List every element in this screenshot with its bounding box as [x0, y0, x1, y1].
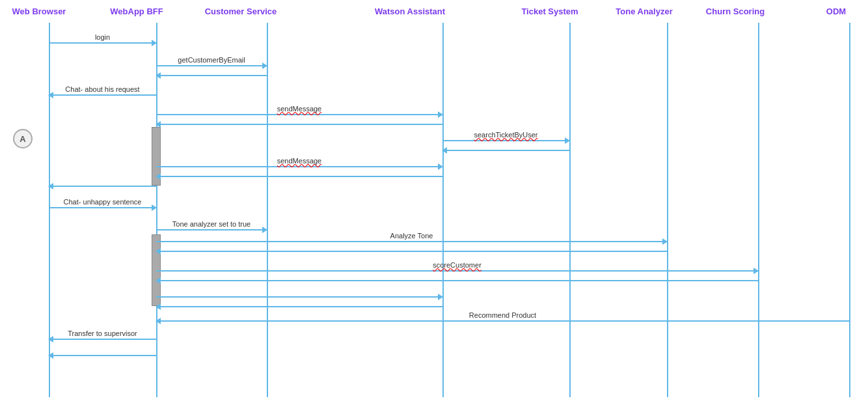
arrow-recommend-product — [156, 320, 849, 322]
arrow-searchTicketByUser — [442, 140, 569, 141]
actor-label-odm: ODM — [826, 7, 846, 16]
arrow-analyze-tone-return — [156, 251, 667, 252]
arrow-label-sendMessage1: sendMessage — [277, 105, 322, 113]
arrow-login — [49, 42, 156, 44]
arrow-label-scoreCustomer: scoreCustomer — [433, 261, 481, 269]
arrow-tone-analyzer-true — [156, 229, 267, 230]
arrow-return-to-browser — [49, 186, 156, 187]
arrow-label-recommend-product: Recommend Product — [469, 311, 536, 319]
arrow-getCustomerByEmail — [156, 65, 267, 66]
sequence-diagram: Web BrowserWebApp BFFCustomer ServiceWat… — [0, 0, 868, 405]
arrow-sendMessage2 — [156, 166, 442, 167]
arrow-label-getCustomerByEmail: getCustomerByEmail — [178, 56, 245, 64]
arrow-scoreCustomer-return — [156, 280, 758, 281]
arrow-label-searchTicketByUser: searchTicketByUser — [474, 131, 537, 139]
arrow-sendMessage1-return — [156, 124, 442, 125]
arrow-label-transfer-supervisor: Transfer to supervisor — [68, 329, 137, 337]
arrow-transfer-supervisor — [49, 339, 156, 340]
actor-label-tone-analyzer: Tone Analyzer — [616, 7, 672, 16]
arrow-label-tone-analyzer-true: Tone analyzer set to true — [172, 220, 251, 228]
lifeline-tone-analyzer — [667, 23, 668, 397]
actor-label-web-browser: Web Browser — [12, 7, 66, 16]
arrow-sendMessage3 — [156, 296, 442, 298]
actor-label-webapp-bff: WebApp BFF — [110, 7, 163, 16]
lifeline-churn-scoring — [758, 23, 759, 397]
actor-label-churn-scoring: Churn Scoring — [706, 7, 765, 16]
arrow-label-analyze-tone: Analyze Tone — [390, 232, 433, 240]
arrow-sendMessage3-return — [156, 306, 442, 307]
arrow-label-login: login — [95, 33, 110, 41]
arrow-label-chat-about-request: Chat- about his request — [65, 85, 139, 93]
arrow-label-sendMessage2: sendMessage — [277, 157, 322, 165]
arrow-searchTicketByUser-return — [442, 150, 569, 151]
arrow-chat-unhappy — [49, 207, 156, 208]
lifeline-customer-service — [267, 23, 268, 397]
arrow-label-chat-unhappy: Chat- unhappy sentence — [64, 198, 142, 206]
arrow-sendMessage2-return — [156, 176, 442, 177]
actor-label-customer-service: Customer Service — [205, 7, 277, 16]
arrow-chat-about-request — [49, 94, 156, 96]
lifeline-watson-assistant — [442, 23, 444, 397]
circle-a: A — [13, 129, 33, 148]
actor-label-ticket-system: Ticket System — [521, 7, 578, 16]
lifeline-odm — [849, 23, 850, 397]
arrow-scoreCustomer — [156, 270, 758, 272]
arrow-transfer-return — [49, 355, 156, 356]
actor-label-watson-assistant: Watson Assistant — [375, 7, 445, 16]
arrow-analyze-tone — [156, 241, 667, 242]
lifeline-ticket-system — [569, 23, 571, 397]
arrow-sendMessage1 — [156, 114, 442, 115]
arrow-getCustomerByEmail-return — [156, 75, 267, 76]
